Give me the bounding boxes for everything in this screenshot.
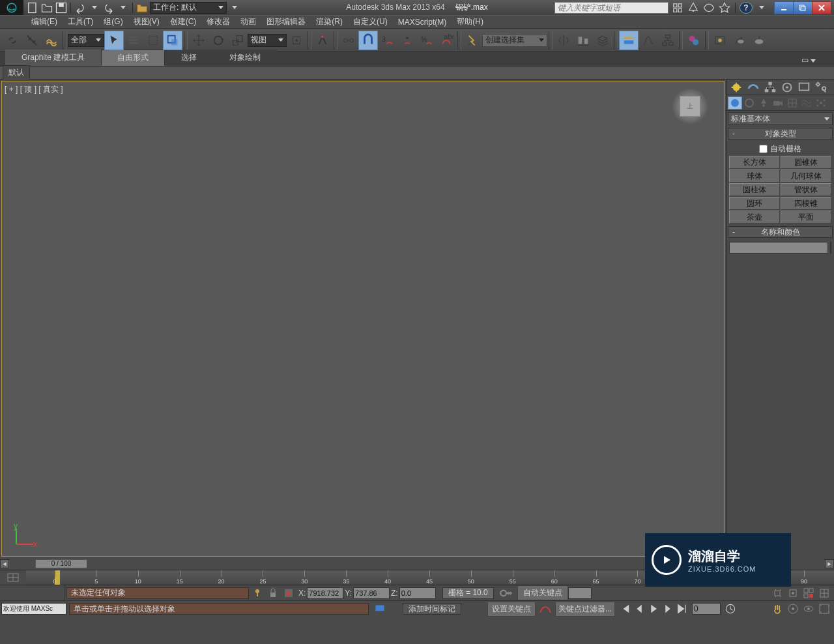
name-color-rollout-header[interactable]: - 名称和颜色 [728,226,833,238]
ribbon-subpanel-default[interactable]: 默认 [3,65,30,80]
walk-icon[interactable] [786,602,800,615]
close-button[interactable] [812,1,831,14]
schematic-view-icon[interactable] [658,31,678,50]
menu-modifiers[interactable]: 修改器 [201,15,235,29]
reference-coord-dropdown[interactable]: 视图 [248,34,287,47]
render-production-icon[interactable] [749,31,769,50]
rotate-icon[interactable] [208,31,228,50]
menu-tools[interactable]: 工具(T) [63,15,98,29]
help-dropdown-icon[interactable] [755,2,768,14]
display-tab-icon[interactable] [796,80,812,95]
menu-animation[interactable]: 动画 [235,15,261,29]
sphere-button[interactable]: 球体 [729,169,780,183]
lock-icon[interactable] [266,587,280,600]
goto-end-icon[interactable] [675,602,689,615]
systems-category-icon[interactable] [814,96,828,110]
box-button[interactable]: 长方体 [729,156,780,169]
favorites-icon[interactable] [718,2,731,14]
play-icon[interactable] [646,602,661,615]
angle-snap-icon[interactable]: 3 [378,31,397,50]
named-selection-sets-icon[interactable] [463,31,482,50]
z-input[interactable] [399,587,436,599]
maxscript-listener[interactable]: 欢迎使用 MAXSc [1,603,66,615]
menu-maxscript[interactable]: MAXScript(M) [393,16,452,28]
search-input[interactable] [554,2,669,14]
redo-icon[interactable] [102,2,115,14]
ribbon-tab-selection[interactable]: 选择 [165,50,213,66]
menu-create[interactable]: 创建(C) [165,15,202,29]
tube-button[interactable]: 管状体 [781,183,831,196]
cylinder-button[interactable]: 圆柱体 [729,183,780,196]
viewport[interactable]: [ + ] [ 顶 ] [ 真实 ] 上 y x [1,81,725,557]
qat-dropdown-icon[interactable] [228,2,241,14]
subcategory-dropdown[interactable]: 标准基本体 [728,112,833,125]
time-next-icon[interactable]: ► [825,559,834,568]
percent-snap-icon[interactable] [397,31,417,50]
helpers-category-icon[interactable] [785,96,799,110]
ribbon-section-graphite[interactable]: Graphite 建模工具 [5,50,101,66]
time-config-icon[interactable] [721,599,740,619]
curve-editor-icon[interactable] [639,31,658,50]
menu-grapheditors[interactable]: 图形编辑器 [261,15,311,29]
key-curve-icon[interactable] [536,599,555,619]
create-tab-icon[interactable] [728,80,745,95]
layer-manager-icon[interactable] [593,31,612,50]
menu-rendering[interactable]: 渲染(R) [311,15,348,29]
autokey-button[interactable]: 自动关键点 [517,585,568,600]
nav2-icon[interactable] [786,587,800,600]
spinner-snap2-icon[interactable]: abc [437,31,456,50]
keyboard-shortcut-icon[interactable] [339,31,358,50]
key-filter-button[interactable]: 关键点过滤器... [555,602,615,617]
object-type-rollout-header[interactable]: - 对象类型 [728,128,833,139]
trackbar-toggle-icon[interactable] [0,570,26,585]
selection-lock-icon[interactable] [250,587,265,600]
rendered-frame-icon[interactable] [730,31,749,50]
open-icon[interactable] [40,2,53,14]
menu-group[interactable]: 组(G) [98,15,128,29]
time-prev-icon[interactable]: ◄ [0,559,9,568]
save-icon[interactable] [55,2,68,14]
project-folder-icon[interactable] [136,2,149,14]
new-icon[interactable] [26,2,39,14]
manipulate-icon[interactable] [313,31,332,50]
orbit-icon[interactable] [801,602,816,615]
exchange-icon[interactable] [702,2,715,14]
next-frame-icon[interactable] [661,602,675,615]
ribbon-collapse-icon[interactable]: ▭ [796,54,821,66]
prev-frame-icon[interactable] [632,602,646,615]
teapot-button[interactable]: 茶壶 [729,211,780,224]
time-slider-handle[interactable]: 0 / 100 [35,559,87,568]
goto-start-icon[interactable] [618,602,632,615]
shapes-category-icon[interactable] [742,96,756,110]
pan-icon[interactable] [770,602,784,615]
geometry-category-icon[interactable] [728,96,742,110]
current-frame-input[interactable]: 0 [692,603,721,615]
utilities-tab-icon[interactable] [812,80,829,95]
ribbon-tab-paint[interactable]: 对象绘制 [213,50,277,66]
search-icon[interactable] [671,2,684,14]
maximize-viewport-icon[interactable] [817,602,831,615]
minimize-button[interactable] [774,1,794,14]
spacewarps-category-icon[interactable] [799,96,814,110]
nav1-icon[interactable] [770,587,784,600]
scale-icon[interactable] [228,31,248,50]
autogrid-checkbox[interactable] [759,145,768,153]
object-color-swatch[interactable] [830,242,831,254]
unlink-icon[interactable] [22,31,42,50]
viewcube[interactable]: 上 [672,88,708,124]
selection-set-short[interactable] [568,587,592,599]
material-editor-icon[interactable] [684,31,704,50]
motion-tab-icon[interactable] [779,80,796,95]
mirror-icon[interactable] [554,31,573,50]
undo-dropdown-icon[interactable] [88,2,101,14]
rectangular-region-icon[interactable] [143,31,163,50]
plane-button[interactable]: 平面 [781,211,831,224]
menu-customize[interactable]: 自定义(U) [348,15,393,29]
cone-button[interactable]: 圆锥体 [781,156,831,169]
workspace-dropdown[interactable]: 工作台: 默认 [150,2,227,14]
snap-toggle-icon[interactable] [358,31,378,50]
selection-filter-dropdown[interactable]: 全部 [68,34,104,47]
bind-spacewarp-icon[interactable] [42,31,61,50]
maximize-button[interactable] [793,1,812,14]
toolclips-icon[interactable] [687,2,700,14]
